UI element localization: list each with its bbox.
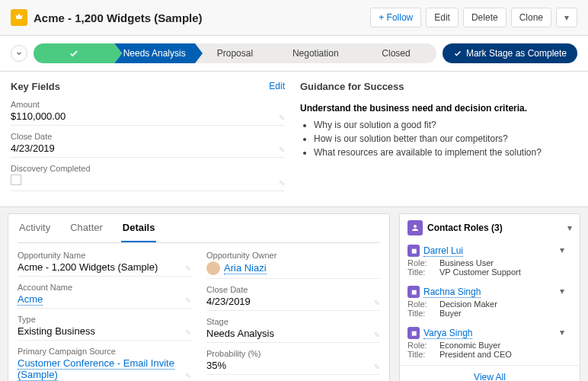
discovery-completed-field[interactable]: Discovery Completed ✎ [11,164,285,191]
contact-item: ◼Darrel Lui▾ Role:Business User Title:VP… [400,242,580,283]
guidance-item: What resources are available to implemen… [314,146,577,159]
edit-button[interactable]: Edit [426,8,459,27]
guidance-item: How is our solution better than our comp… [314,132,577,146]
more-actions-button[interactable]: ▾ [556,8,577,27]
path-stage-proposal[interactable]: Proposal [195,43,276,63]
contact-icon: ◼ [407,286,420,298]
view-all-link[interactable]: View All [400,365,580,381]
delete-button[interactable]: Delete [463,8,507,27]
contact-menu-button[interactable]: ▾ [560,245,564,255]
contact-icon: ◼ [407,245,420,257]
clone-button[interactable]: Clone [511,8,551,27]
pencil-icon: ✎ [185,328,191,337]
contact-item: ◼Rachna Singh▾ Role:Decision Maker Title… [400,283,580,324]
check-icon [69,48,79,59]
amount-field[interactable]: Amount $110,000.00 ✎ [11,100,285,126]
guidance-list: Why is our solution a good fit? How is o… [300,118,577,159]
contact-icon: ◼ [407,327,420,339]
path-stage-needs-analysis[interactable]: Needs Analysis [114,43,195,63]
guidance-item: Why is our solution a good fit? [314,118,577,132]
close-date-field[interactable]: Close Date 4/23/2019 ✎ [11,132,285,158]
path-stages: Needs Analysis Proposal Negotiation Clos… [34,43,436,63]
checkbox[interactable] [11,174,21,185]
stage-field[interactable]: StageNeeds Analysis✎ [206,317,380,343]
contact-roles-card: Contact Roles (3) ▾ ◼Darrel Lui▾ Role:Bu… [399,213,580,381]
contacts-icon [407,220,423,235]
pencil-icon: ✎ [374,299,380,307]
contact-link[interactable]: Varya Singh [423,328,472,339]
key-fields-edit-link[interactable]: Edit [269,81,285,92]
contact-link[interactable]: Darrel Lui [423,245,463,257]
tab-details[interactable]: Details [121,214,157,242]
key-fields-section: Key Fields Edit Amount $110,000.00 ✎ Clo… [11,81,285,197]
path-stage-negotiation[interactable]: Negotiation [275,43,356,63]
guidance-section: Guidance for Success Understand the busi… [300,81,577,197]
contact-roles-title: Contact Roles (3) [427,223,503,233]
pencil-icon: ✎ [279,114,285,122]
path-toggle-button[interactable] [11,45,27,62]
close-date-field-2[interactable]: Close Date4/23/2019✎ [206,285,380,311]
opp-name-field[interactable]: Opportunity NameAcme - 1,200 Widgets (Sa… [18,251,191,277]
follow-button[interactable]: + Follow [370,8,421,27]
detail-tabs: Activity Chatter Details [18,214,380,243]
path-stage-closed[interactable]: Closed [356,43,436,63]
pencil-icon: ✎ [185,372,191,380]
type-field[interactable]: TypeExisting Business✎ [18,315,191,341]
record-title: Acme - 1,200 Widgets (Sample) [34,11,203,24]
key-fields-title: Key Fields [11,81,60,92]
opportunity-icon [11,9,27,26]
contact-menu-button[interactable]: ▾ [560,327,564,338]
page-header: Acme - 1,200 Widgets (Sample) + Follow E… [0,0,588,36]
title-area: Acme - 1,200 Widgets (Sample) [11,9,203,26]
account-link[interactable]: Acme [18,293,43,306]
avatar [206,261,220,275]
path-stage-done[interactable] [34,43,114,63]
svg-point-0 [414,225,417,228]
tab-chatter[interactable]: Chatter [69,214,104,242]
campaign-link[interactable]: Customer Conference - Email Invite (Samp… [18,357,174,381]
pencil-icon: ✎ [279,179,285,187]
pencil-icon: ✎ [374,363,380,371]
card-menu-button[interactable]: ▾ [567,223,572,233]
sales-path-row: Needs Analysis Proposal Negotiation Clos… [0,36,588,72]
guidance-heading: Understand the business need and decisio… [300,103,577,114]
guidance-title: Guidance for Success [300,81,577,92]
mark-stage-complete-button[interactable]: Mark Stage as Complete [443,43,577,63]
account-field[interactable]: Account NameAcme✎ [18,283,191,309]
header-actions: + Follow Edit Delete Clone ▾ [370,8,577,27]
pencil-icon: ✎ [374,331,380,339]
contact-link[interactable]: Rachna Singh [423,287,481,298]
pencil-icon: ✎ [185,264,191,273]
contact-item: ◼Varya Singh▾ Role:Economic Buyer Title:… [400,324,580,365]
owner-field[interactable]: Opportunity OwnerAria Niazi [206,251,380,279]
record-detail-panel: Activity Chatter Details Opportunity Nam… [8,213,390,381]
probability-field[interactable]: Probability (%)35%✎ [206,349,380,375]
owner-link[interactable]: Aria Niazi [224,262,267,274]
pencil-icon: ✎ [185,296,191,305]
pencil-icon: ✎ [279,146,285,154]
contact-menu-button[interactable]: ▾ [560,286,564,296]
check-icon [453,49,462,58]
tab-activity[interactable]: Activity [18,214,52,242]
campaign-field[interactable]: Primary Campaign SourceCustomer Conferen… [18,347,191,381]
